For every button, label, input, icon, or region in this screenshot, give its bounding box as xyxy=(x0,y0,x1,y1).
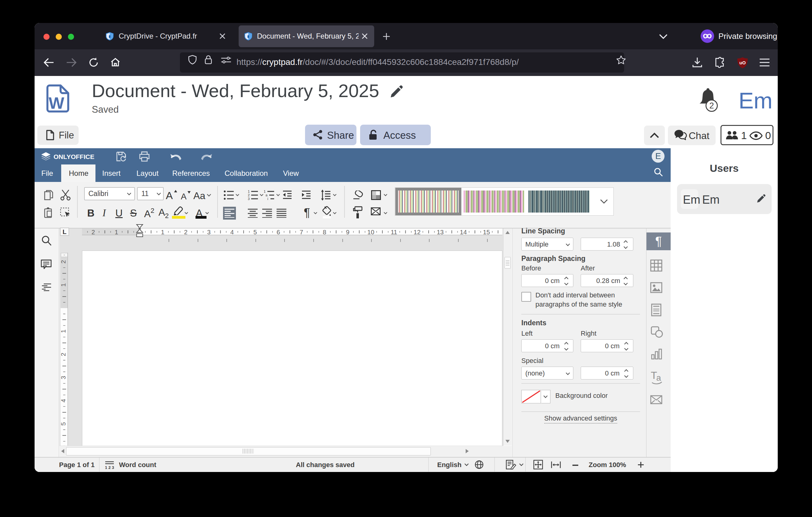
svg-text:3: 3 xyxy=(207,228,210,235)
svg-text:5: 5 xyxy=(253,228,257,235)
svg-text:8: 8 xyxy=(323,228,326,235)
svg-text:4: 4 xyxy=(61,399,67,403)
svg-text:a: a xyxy=(656,373,661,383)
svg-text:15: 15 xyxy=(483,228,490,235)
svg-text:1: 1 xyxy=(161,228,164,235)
svg-text:11: 11 xyxy=(391,228,397,235)
svg-text:7: 7 xyxy=(299,228,303,235)
svg-text:1: 1 xyxy=(61,283,67,287)
svg-text:9: 9 xyxy=(346,228,349,235)
svg-text:2: 2 xyxy=(184,228,187,235)
svg-text:10: 10 xyxy=(368,228,375,235)
svg-text:1: 1 xyxy=(264,190,266,193)
svg-text:1: 1 xyxy=(61,330,67,333)
svg-text:i: i xyxy=(267,197,268,200)
svg-text:14: 14 xyxy=(460,228,467,235)
svg-text:a: a xyxy=(266,193,268,197)
svg-text:13: 13 xyxy=(437,228,444,235)
svg-text:2: 2 xyxy=(248,193,250,197)
svg-text:1 2 3: 1 2 3 xyxy=(105,465,114,469)
svg-text:3: 3 xyxy=(248,197,250,200)
svg-text:4: 4 xyxy=(230,228,234,235)
svg-text:W: W xyxy=(49,94,64,112)
svg-text:1: 1 xyxy=(115,228,118,235)
svg-text:2: 2 xyxy=(61,353,67,356)
svg-text:12: 12 xyxy=(414,228,421,235)
svg-text:1: 1 xyxy=(248,190,250,193)
svg-text:2: 2 xyxy=(61,260,67,264)
svg-text:6: 6 xyxy=(277,228,280,235)
svg-text:5: 5 xyxy=(61,422,67,426)
svg-text:2: 2 xyxy=(91,228,95,235)
svg-text:3: 3 xyxy=(61,376,67,379)
